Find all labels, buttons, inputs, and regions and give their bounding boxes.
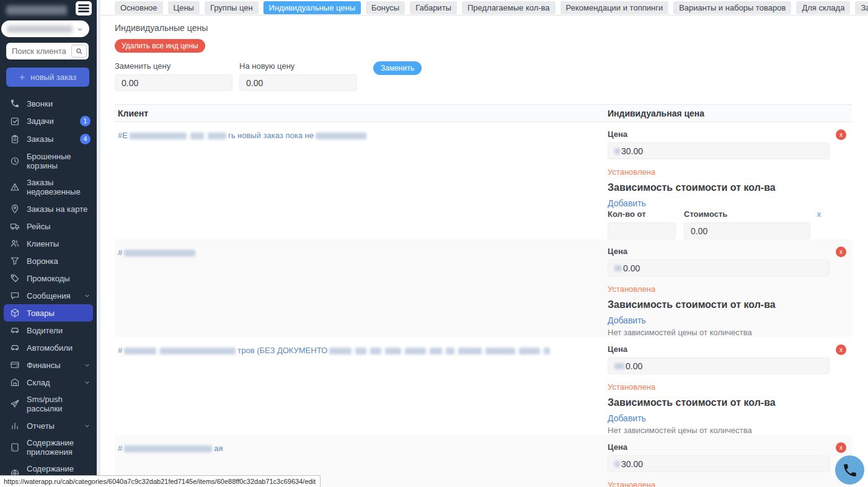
no-dependencies-text: Нет зависимостей цены от количества xyxy=(608,426,830,435)
search-input[interactable] xyxy=(12,46,71,56)
price-label: Цена xyxy=(608,247,830,256)
sidebar-item-orders[interactable]: Заказы 4 xyxy=(0,130,97,148)
remove-dependency-link[interactable]: x xyxy=(817,209,822,219)
redacted-text xyxy=(124,348,156,354)
search-button[interactable] xyxy=(71,45,87,58)
tab-main[interactable]: Основное xyxy=(115,1,163,14)
add-dependency-link[interactable]: Добавить xyxy=(608,198,646,208)
sidebar-item-clients[interactable]: Клиенты xyxy=(0,235,97,252)
cost-label: Стоимость xyxy=(684,209,810,219)
sidebar-item-finances[interactable]: Финансы xyxy=(0,356,97,374)
plus-icon: + xyxy=(19,72,25,82)
dependency-title: Зависимость стоимости от кол-ва xyxy=(608,299,830,310)
tab-salary[interactable]: Зарплата xyxy=(855,1,868,14)
redacted-text xyxy=(370,348,381,354)
sidebar-item-funnel[interactable]: Воронка xyxy=(0,252,97,270)
bar-chart-icon xyxy=(10,421,20,431)
price-input[interactable]: 30.00 xyxy=(608,143,830,159)
price-cell: x Цена 30.00 Установлена Зависимость сто… xyxy=(608,122,852,239)
cost-input[interactable] xyxy=(684,222,810,239)
car-icon xyxy=(10,325,20,335)
delete-row-button[interactable]: x xyxy=(836,442,846,453)
chevron-down-icon xyxy=(84,379,91,386)
tab-price-groups[interactable]: Группы цен xyxy=(205,1,259,14)
people-icon xyxy=(10,239,20,248)
client-link[interactable]: #Егь новый заказ пока не xyxy=(115,122,608,239)
main-area: Основное Цены Группы цен Индивидуальные … xyxy=(97,0,868,487)
tab-bonuses[interactable]: Бонусы xyxy=(366,1,405,14)
funnel-icon xyxy=(10,256,20,266)
dependency-title: Зависимость стоимости от кол-ва xyxy=(608,182,830,193)
table-header: Клиент Индивидуальная цена xyxy=(115,104,852,122)
new-price-input[interactable] xyxy=(239,74,357,91)
client-link[interactable]: # xyxy=(115,239,608,337)
account-selector[interactable] xyxy=(1,20,89,37)
sidebar-item-products[interactable]: Товары xyxy=(4,304,93,322)
sidebar-item-trips[interactable]: Рейсы xyxy=(0,217,97,235)
price-cell: x Цена 0.00 Установлена Зависимость стои… xyxy=(608,337,852,435)
tab-for-warehouse[interactable]: Для склада xyxy=(796,1,850,14)
redacted-text xyxy=(130,133,187,139)
chevron-down-icon xyxy=(76,25,84,33)
delete-all-individual-prices-button[interactable]: Удалить все инд цены xyxy=(115,39,205,53)
replace-submit-button[interactable]: Заменить xyxy=(373,61,422,75)
redacted-text xyxy=(385,348,401,354)
table-row: #тров (БЕЗ ДОКУМЕНТО x Цена 0.00 Установ… xyxy=(115,337,852,435)
price-input[interactable]: 30.00 xyxy=(608,455,830,472)
tab-recommendations[interactable]: Рекомендации и топпинги xyxy=(560,1,669,14)
individual-prices-panel: Индивидуальные цены Удалить все инд цены… xyxy=(100,15,868,487)
replace-price-input[interactable] xyxy=(115,74,232,91)
sidebar-item-cars[interactable]: Автомобили xyxy=(0,339,97,356)
sidebar-item-reports[interactable]: Отчеты xyxy=(0,417,97,434)
table-row: # x Цена 0.00 Установлена Зависимость ст… xyxy=(115,239,852,337)
sidebar-item-calls[interactable]: Звонки xyxy=(0,95,97,112)
tab-individual-prices[interactable]: Индивидуальные цены xyxy=(264,1,361,14)
truck-icon xyxy=(10,221,20,231)
dependency-title: Зависимость стоимости от кол-ва xyxy=(608,397,830,408)
sidebar-item-orders-on-map[interactable]: Заказы на карте xyxy=(0,200,97,217)
redacted-text xyxy=(614,265,622,271)
sidebar-item-abandoned-carts[interactable]: Брошенные корзины xyxy=(0,148,97,174)
sidebar-item-messages[interactable]: Сообщения xyxy=(0,287,97,304)
tab-suggested-quantities[interactable]: Предлагаемые кол-ва xyxy=(462,1,556,14)
price-input[interactable]: 0.00 xyxy=(608,358,830,374)
account-name-redacted xyxy=(7,25,73,33)
chevron-down-icon xyxy=(84,423,91,429)
delete-row-button[interactable]: x xyxy=(836,129,846,140)
client-search xyxy=(6,43,89,59)
tab-prices[interactable]: Цены xyxy=(168,1,200,14)
sidebar-item-sms-push[interactable]: Sms/push рассылки xyxy=(0,391,97,417)
add-dependency-link[interactable]: Добавить xyxy=(608,413,646,423)
menu-toggle-button[interactable] xyxy=(76,1,92,15)
send-icon xyxy=(10,399,20,409)
price-label: Цена xyxy=(608,129,830,139)
price-cell: x Цена 30.00 Установлена Зависимость сто… xyxy=(608,435,852,487)
call-fab-button[interactable] xyxy=(835,455,864,485)
redacted-text xyxy=(190,133,204,139)
new-order-button[interactable]: + новый заказ xyxy=(6,68,89,87)
sidebar-item-warehouse[interactable]: Склад xyxy=(0,374,97,391)
sidebar-item-promocodes[interactable]: Промокоды xyxy=(0,270,97,287)
client-link[interactable]: #тров (БЕЗ ДОКУМЕНТО xyxy=(115,337,608,435)
price-input[interactable]: 0.00 xyxy=(608,260,830,276)
redacted-text xyxy=(430,348,442,354)
redacted-text xyxy=(316,133,366,139)
price-cell: x Цена 0.00 Установлена Зависимость стои… xyxy=(608,239,852,337)
sidebar-item-app-content[interactable]: Содержание приложения xyxy=(0,434,97,460)
sidebar-item-tasks[interactable]: Задачи 1 xyxy=(0,112,97,130)
sidebar-item-drivers[interactable]: Водители xyxy=(0,322,97,339)
tab-dimensions[interactable]: Габариты xyxy=(410,1,457,14)
replace-price-label: Заменить цену xyxy=(115,61,232,71)
sidebar-item-undelivered-orders[interactable]: Заказы недовезенные xyxy=(0,174,97,200)
new-price-label: На новую цену xyxy=(239,61,357,71)
car-icon xyxy=(10,343,20,353)
tab-variants-sets[interactable]: Варианты и наборы товаров xyxy=(673,1,791,14)
delete-row-button[interactable]: x xyxy=(836,247,846,257)
price-status: Установлена xyxy=(608,480,830,487)
redacted-text xyxy=(160,348,236,354)
add-dependency-link[interactable]: Добавить xyxy=(608,315,646,325)
delete-row-button[interactable]: x xyxy=(836,344,846,355)
redacted-text xyxy=(446,348,454,354)
redacted-text xyxy=(124,445,212,452)
qty-from-input[interactable] xyxy=(608,222,676,239)
